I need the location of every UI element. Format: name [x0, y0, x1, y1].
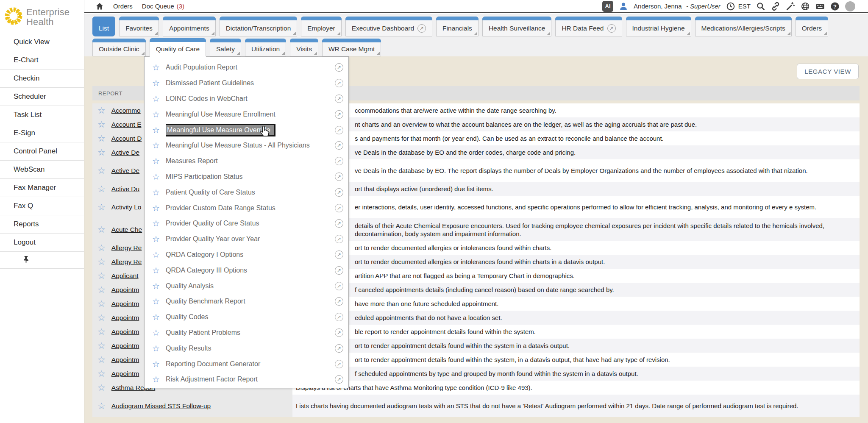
favorite-star-icon[interactable]: ☆ [152, 296, 162, 306]
breadcrumb-orders[interactable]: Orders [113, 3, 133, 10]
favorite-star-icon[interactable]: ☆ [152, 250, 162, 260]
favorite-star-icon[interactable]: ☆ [152, 203, 162, 213]
report-link[interactable]: Acute Che [111, 226, 142, 234]
tab[interactable]: Employer ↗ [301, 17, 341, 36]
menu-item[interactable]: ☆ Provider Quality of Care Status ↗ [145, 216, 348, 231]
open-new-window-icon[interactable]: ↗ [335, 282, 343, 290]
help-icon[interactable]: ? [830, 2, 840, 11]
menu-item[interactable]: ☆ Quality Results ↗ [145, 340, 348, 356]
tab[interactable]: Quality of Care ↗ [150, 38, 206, 56]
menu-item[interactable]: ☆ Meaningful Use Measure Status - All Ph… [145, 138, 348, 153]
report-link[interactable]: Audiogram Missed STS Follow-up [111, 402, 211, 410]
menu-item[interactable]: ☆ Provider Custom Date Range Status ↗ [145, 200, 348, 216]
sidebar-item[interactable]: Scheduler [0, 88, 84, 106]
favorite-star-icon[interactable]: ☆ [152, 359, 162, 369]
open-new-window-icon[interactable]: ↗ [335, 188, 343, 197]
report-link[interactable]: Allergy Re [111, 244, 142, 252]
favorite-star-icon[interactable]: ☆ [152, 328, 162, 338]
report-link[interactable]: Appointm [111, 342, 139, 350]
favorite-star-icon[interactable]: ☆ [97, 166, 106, 176]
favorite-star-icon[interactable]: ☆ [97, 285, 106, 295]
ai-badge[interactable]: AI [602, 1, 613, 12]
open-new-window-icon[interactable]: ↗ [335, 328, 343, 337]
report-link[interactable]: Appointm [111, 356, 139, 364]
tab[interactable]: Industrial Hygiene ↗ [626, 17, 691, 36]
favorite-star-icon[interactable]: ☆ [152, 234, 162, 244]
favorite-star-icon[interactable]: ☆ [152, 312, 162, 322]
menu-item[interactable]: ☆ Audit Population Report ↗ [145, 60, 348, 75]
tab[interactable]: Financials ↗ [436, 17, 479, 36]
report-link[interactable]: Appointm [111, 300, 139, 308]
open-new-window-icon[interactable]: ↗ [335, 219, 343, 228]
open-new-window-icon[interactable]: ↗ [335, 250, 343, 259]
favorite-star-icon[interactable]: ☆ [152, 281, 162, 291]
sidebar-item[interactable]: Fax Q [0, 197, 84, 215]
pin-icon[interactable] [23, 256, 29, 264]
breadcrumb-doc-queue[interactable]: Doc Queue [142, 3, 174, 10]
menu-item[interactable]: ☆ MIPS Participation Status ↗ [145, 169, 348, 185]
favorite-star-icon[interactable]: ☆ [97, 369, 106, 379]
tab[interactable]: List ↗ [92, 17, 115, 36]
open-new-window-icon[interactable]: ↗ [335, 110, 343, 119]
favorite-star-icon[interactable]: ☆ [97, 313, 106, 323]
favorite-star-icon[interactable]: ☆ [97, 202, 106, 212]
menu-item[interactable]: ☆ Reporting Document Generator ↗ [145, 356, 348, 372]
menu-item[interactable]: ☆ Quality Benchmark Report ↗ [145, 294, 348, 309]
globe-icon[interactable] [801, 2, 810, 11]
sidebar-item[interactable]: Checkin [0, 70, 84, 88]
menu-item[interactable]: ☆ Quality Patient Problems ↗ [145, 325, 348, 341]
menu-item[interactable]: ☆ Quality Codes ↗ [145, 309, 348, 325]
sidebar-item[interactable]: E-Sign [0, 124, 84, 142]
favorite-star-icon[interactable]: ☆ [97, 225, 106, 235]
report-link[interactable]: Active Du [111, 185, 139, 193]
report-link[interactable]: Account E [111, 121, 142, 128]
favorite-star-icon[interactable]: ☆ [152, 218, 162, 228]
sidebar-item[interactable]: Control Panel [0, 142, 84, 161]
tab[interactable]: Appointments ↗ [163, 17, 216, 36]
favorite-star-icon[interactable]: ☆ [97, 383, 106, 393]
favorite-star-icon[interactable]: ☆ [152, 140, 162, 150]
favorite-star-icon[interactable]: ☆ [97, 401, 106, 411]
favorite-star-icon[interactable]: ☆ [97, 299, 106, 309]
favorite-star-icon[interactable]: ☆ [97, 257, 106, 267]
search-icon[interactable] [756, 2, 765, 11]
tab[interactable]: Visits ↗ [290, 39, 318, 56]
open-new-window-icon[interactable]: ↗ [335, 79, 343, 87]
sidebar-item[interactable]: Task List [0, 106, 84, 124]
tab[interactable]: WR Case Mgmt ↗ [322, 39, 381, 56]
open-new-window-icon[interactable]: ↗ [335, 344, 343, 353]
tab[interactable]: Safety ↗ [210, 39, 241, 56]
report-link[interactable]: Active De [111, 167, 139, 175]
report-link[interactable]: Appointm [111, 314, 139, 322]
tab[interactable]: Health Surveillance ↗ [482, 17, 552, 36]
tab[interactable]: Executive Dashboard ↗ [345, 17, 432, 36]
menu-item[interactable]: ☆ Provider Quality Year over Year ↗ [145, 231, 348, 247]
sidebar-item[interactable]: Logout [0, 234, 84, 252]
favorite-star-icon[interactable]: ☆ [97, 355, 106, 365]
home-icon[interactable] [95, 2, 104, 11]
link-icon[interactable] [771, 2, 780, 11]
open-new-window-icon[interactable]: ↗ [335, 95, 343, 103]
tab[interactable]: HR Data Feed ↗ [555, 17, 622, 36]
menu-item[interactable]: ☆ Measures Report ↗ [145, 153, 348, 169]
favorite-star-icon[interactable]: ☆ [152, 172, 162, 182]
report-link[interactable]: Activity Lo [111, 203, 142, 211]
favorite-star-icon[interactable]: ☆ [152, 374, 162, 384]
menu-item[interactable]: ☆ QRDA Category I Options ↗ [145, 247, 348, 263]
favorite-star-icon[interactable]: ☆ [152, 62, 162, 72]
menu-item[interactable]: ☆ Meaningful Use Measure Override ↗ [145, 122, 348, 138]
tab[interactable]: Medications/Allergies/Scripts ↗ [695, 17, 792, 36]
sidebar-item[interactable]: Quick View [0, 33, 84, 51]
open-new-window-icon[interactable]: ↗ [335, 313, 343, 321]
favorite-star-icon[interactable]: ☆ [97, 147, 106, 158]
favorite-star-icon[interactable]: ☆ [97, 327, 106, 337]
tab[interactable]: Dictation/Transcription ↗ [220, 17, 298, 36]
open-new-window-icon[interactable]: ↗ [335, 63, 343, 72]
open-new-window-icon[interactable]: ↗ [335, 266, 343, 275]
open-new-window-icon[interactable]: ↗ [335, 297, 343, 306]
favorite-star-icon[interactable]: ☆ [152, 78, 162, 88]
avatar[interactable] [845, 1, 855, 11]
favorite-star-icon[interactable]: ☆ [97, 134, 106, 144]
open-new-window-icon[interactable]: ↗ [335, 173, 343, 181]
favorite-star-icon[interactable]: ☆ [97, 184, 106, 194]
